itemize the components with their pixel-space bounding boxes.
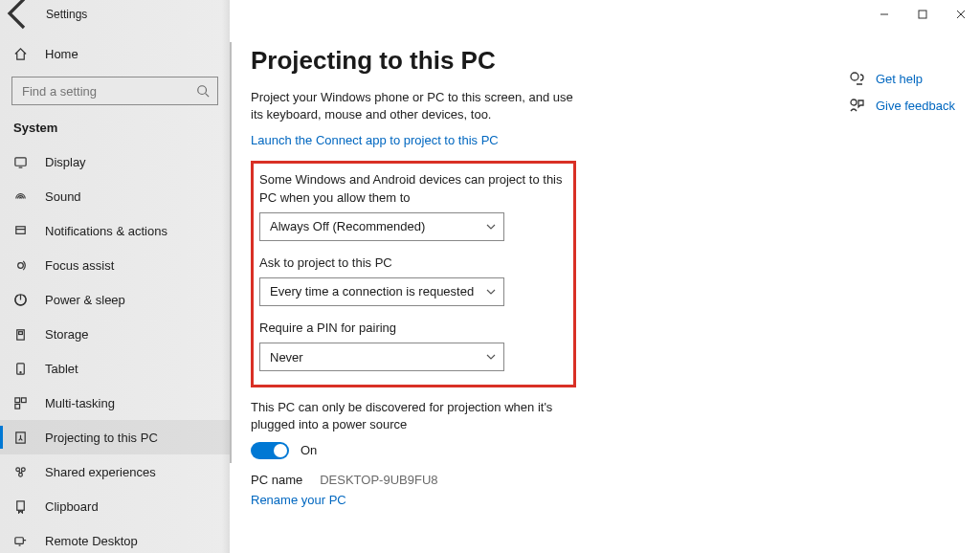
sidebar-item-label: Notifications & actions (45, 224, 167, 238)
sidebar-item-shared-experiences[interactable]: Shared experiences (0, 454, 230, 489)
sidebar-item-label: Storage (45, 327, 89, 342)
search-icon (196, 84, 210, 98)
svg-rect-7 (19, 331, 23, 334)
close-button[interactable] (942, 0, 980, 29)
svg-rect-0 (919, 11, 926, 18)
sidebar-item-tablet[interactable]: Tablet (0, 351, 230, 386)
svg-point-15 (21, 467, 25, 471)
feedback-label: Give feedback (876, 99, 955, 113)
chevron-down-icon (486, 287, 496, 297)
ask-project-label: Ask to project to this PC (259, 254, 564, 272)
highlighted-settings-box: Some Windows and Android devices can pro… (251, 161, 576, 387)
feedback-icon (849, 98, 864, 113)
sidebar-item-focus-assist[interactable]: Focus assist (0, 248, 230, 282)
nav-icon (13, 362, 28, 376)
sidebar-item-label: Sound (45, 189, 81, 204)
nav-icon (13, 499, 28, 514)
sidebar-item-multi-tasking[interactable]: Multi-tasking (0, 386, 230, 420)
sidebar-item-label: Shared experiences (45, 465, 156, 479)
sidebar-item-remote-desktop[interactable]: Remote Desktop (0, 523, 230, 553)
ask-project-dropdown[interactable]: Every time a connection is requested (259, 277, 504, 306)
sidebar-item-label: Remote Desktop (45, 534, 138, 548)
sidebar-item-clipboard[interactable]: Clipboard (0, 489, 230, 523)
maximize-button[interactable] (903, 0, 942, 29)
svg-rect-18 (15, 537, 23, 543)
dropdown-value: Never (270, 350, 303, 365)
sidebar-item-sound[interactable]: Sound (0, 179, 230, 213)
search-box[interactable] (11, 77, 218, 105)
svg-point-20 (851, 100, 857, 105)
dropdown-value: Every time a connection is requested (270, 284, 474, 299)
discover-label: This PC can only be discovered for proje… (251, 399, 576, 433)
titlebar: Settings (0, 0, 980, 29)
sidebar-item-storage[interactable]: Storage (0, 317, 230, 351)
toggle-state: On (301, 443, 317, 457)
svg-point-19 (851, 73, 858, 80)
chevron-down-icon (486, 222, 496, 232)
sidebar-item-display[interactable]: Display (0, 144, 230, 179)
svg-rect-10 (15, 397, 20, 402)
sidebar: Home System DisplaySoundNotifications & … (0, 0, 230, 553)
page-title: Projecting to this PC (251, 46, 768, 76)
projection-allow-label: Some Windows and Android devices can pro… (259, 171, 564, 206)
give-feedback-link[interactable]: Give feedback (849, 98, 955, 113)
sidebar-item-projecting-to-this-pc[interactable]: Projecting to this PC (0, 420, 230, 454)
back-button[interactable] (0, 0, 38, 35)
sidebar-item-label: Display (45, 155, 86, 169)
minimize-button[interactable] (865, 0, 903, 29)
discover-toggle[interactable] (251, 442, 289, 459)
scroll-indicator (230, 42, 232, 463)
svg-rect-12 (15, 404, 20, 409)
svg-rect-11 (21, 397, 26, 402)
require-pin-dropdown[interactable]: Never (259, 343, 504, 371)
svg-point-16 (19, 473, 23, 476)
nav-icon (13, 465, 28, 479)
svg-point-14 (16, 467, 20, 471)
sidebar-item-label: Tablet (45, 362, 78, 376)
require-pin-label: Require a PIN for pairing (259, 320, 564, 337)
sidebar-home[interactable]: Home (0, 36, 230, 71)
home-label: Home (45, 47, 78, 61)
svg-rect-17 (17, 500, 25, 509)
nav-icon (13, 396, 28, 410)
sidebar-item-label: Multi-tasking (45, 396, 115, 410)
main-content: Projecting to this PC Project your Windo… (230, 0, 980, 553)
help-panel: Get help Give feedback (849, 71, 955, 113)
svg-point-9 (20, 371, 21, 372)
rename-pc-link[interactable]: Rename your PC (251, 493, 576, 507)
nav-icon (13, 431, 28, 445)
nav-icon (13, 534, 28, 548)
nav-icon (13, 293, 28, 307)
sidebar-item-label: Focus assist (45, 258, 114, 273)
sidebar-item-label: Clipboard (45, 499, 99, 514)
nav-icon (13, 189, 28, 204)
sidebar-item-label: Power & sleep (45, 293, 125, 307)
page-description: Project your Windows phone or PC to this… (251, 89, 576, 123)
sidebar-item-power-sleep[interactable]: Power & sleep (0, 282, 230, 317)
window-title: Settings (46, 8, 87, 21)
launch-connect-link[interactable]: Launch the Connect app to project to thi… (251, 133, 768, 147)
pcname-value: DESKTOP-9UB9FU8 (320, 473, 437, 487)
dropdown-value: Always Off (Recommended) (270, 219, 425, 233)
get-help-link[interactable]: Get help (849, 71, 955, 86)
help-label: Get help (876, 72, 923, 86)
nav-icon (13, 327, 28, 342)
svg-point-4 (18, 262, 24, 268)
sidebar-item-label: Projecting to this PC (45, 431, 158, 445)
svg-rect-2 (15, 157, 26, 165)
projection-allow-dropdown[interactable]: Always Off (Recommended) (259, 212, 504, 241)
section-label: System (0, 115, 230, 144)
chevron-down-icon (486, 352, 496, 362)
nav-icon (13, 224, 28, 238)
pcname-label: PC name (251, 473, 302, 487)
svg-rect-3 (16, 226, 25, 233)
search-input[interactable] (20, 83, 196, 100)
sidebar-item-notifications-actions[interactable]: Notifications & actions (0, 213, 230, 248)
help-icon (849, 71, 864, 86)
nav-icon (13, 258, 28, 273)
svg-point-1 (198, 86, 207, 95)
nav-icon (13, 155, 28, 169)
